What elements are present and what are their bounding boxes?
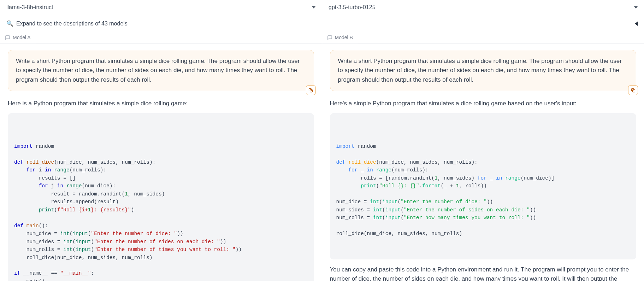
- user-prompt-b: Write a short Python program that simula…: [330, 50, 637, 91]
- code-block-b: import random def roll_dice(num_dice, nu…: [330, 113, 637, 259]
- model-select-left-label: llama-3-8b-instruct: [6, 4, 53, 11]
- user-prompt-a-text: Write a short Python program that simula…: [16, 58, 300, 83]
- chevron-down-icon: [312, 6, 315, 8]
- assistant-b-intro: Here's a simple Python program that simu…: [330, 99, 637, 108]
- copy-code-b-button[interactable]: [625, 117, 632, 124]
- model-tab-a-label: Model A: [13, 35, 31, 40]
- copy-icon: [631, 88, 636, 93]
- model-tab-b-label: Model B: [335, 35, 353, 40]
- model-tab-b[interactable]: Model B: [322, 32, 358, 43]
- pane-model-b: Write a short Python program that simula…: [322, 43, 644, 281]
- panes: Write a short Python program that simula…: [0, 43, 644, 281]
- assistant-a-intro: Here is a Python program that simulates …: [8, 99, 314, 108]
- model-tab-b-wrap: Model B: [322, 32, 644, 43]
- copy-code-a-button[interactable]: [303, 117, 310, 124]
- chat-icon: [327, 35, 332, 40]
- model-select-left[interactable]: llama-3-8b-instruct: [0, 0, 322, 15]
- expand-bar-text: Expand to see the descriptions of 43 mod…: [16, 21, 128, 27]
- expand-bar[interactable]: 🔍 Expand to see the descriptions of 43 m…: [0, 15, 644, 32]
- magnifier-icon: 🔍: [6, 20, 13, 27]
- collapse-arrow-icon[interactable]: [635, 22, 638, 26]
- expand-bar-left: 🔍 Expand to see the descriptions of 43 m…: [6, 20, 128, 27]
- model-tab-a[interactable]: Model A: [0, 32, 36, 43]
- copy-prompt-b-button[interactable]: [628, 85, 638, 95]
- copy-icon: [308, 88, 313, 93]
- code-a-content: import random def roll_dice(num_dice, nu…: [14, 142, 308, 281]
- model-select-right-label: gpt-3.5-turbo-0125: [329, 4, 376, 11]
- assistant-b-outro: You can copy and paste this code into a …: [330, 265, 637, 281]
- model-select-right[interactable]: gpt-3.5-turbo-0125: [322, 0, 644, 15]
- pane-model-a: Write a short Python program that simula…: [0, 43, 322, 281]
- model-selector-row: llama-3-8b-instruct gpt-3.5-turbo-0125: [0, 0, 644, 15]
- user-prompt-b-text: Write a short Python program that simula…: [338, 58, 622, 83]
- chevron-down-icon: [634, 6, 638, 8]
- code-b-content: import random def roll_dice(num_dice, nu…: [336, 142, 630, 238]
- code-block-a: import random def roll_dice(num_dice, nu…: [8, 113, 314, 281]
- model-tab-a-wrap: Model A: [0, 32, 322, 43]
- chat-icon: [5, 35, 10, 40]
- copy-prompt-a-button[interactable]: [306, 85, 316, 95]
- user-prompt-a: Write a short Python program that simula…: [8, 50, 314, 91]
- model-tabs-row: Model A Model B: [0, 32, 644, 43]
